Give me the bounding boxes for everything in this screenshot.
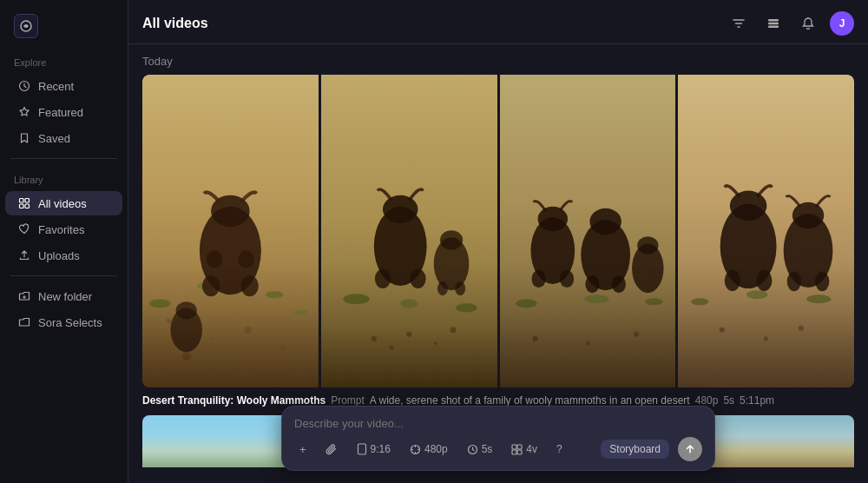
svg-point-29: [389, 345, 393, 349]
svg-rect-76: [358, 444, 365, 454]
sidebar-item-new-folder[interactable]: New folder: [5, 284, 122, 308]
paperclip-icon: [326, 443, 338, 455]
video-card-2[interactable]: [321, 75, 497, 387]
svg-point-47: [634, 332, 639, 337]
video-prompt-input[interactable]: [294, 417, 702, 430]
video-grid: [142, 75, 854, 387]
svg-point-50: [645, 298, 662, 305]
svg-point-46: [585, 341, 589, 345]
svg-point-37: [383, 195, 418, 223]
svg-point-42: [437, 281, 448, 295]
svg-point-15: [149, 299, 170, 308]
svg-point-67: [806, 294, 831, 303]
svg-point-56: [589, 208, 621, 235]
sidebar-item-favorites[interactable]: Favorites: [5, 217, 122, 242]
svg-point-69: [730, 191, 767, 221]
video-card-3[interactable]: [500, 75, 676, 387]
prompt-toolbar: + 9:16: [294, 437, 702, 461]
star-icon: [17, 105, 31, 119]
plus-icon: +: [299, 443, 306, 456]
svg-point-32: [450, 327, 456, 333]
recent-label: Recent: [38, 80, 74, 93]
sidebar-item-uploads[interactable]: Uploads: [5, 243, 122, 268]
svg-point-75: [815, 272, 829, 291]
svg-point-21: [202, 275, 220, 296]
svg-point-54: [559, 270, 573, 288]
sora-selects-label: Sora Selects: [38, 316, 102, 329]
storyboard-label: Storyboard: [609, 443, 661, 455]
sidebar-item-featured[interactable]: Featured: [5, 100, 122, 124]
variant-icon: [511, 444, 523, 455]
sidebar-divider-2: [10, 275, 117, 276]
svg-rect-4: [20, 204, 24, 208]
svg-point-63: [764, 336, 768, 341]
svg-point-71: [756, 270, 772, 291]
add-button[interactable]: +: [294, 440, 312, 459]
svg-point-23: [207, 251, 222, 268]
storyboard-button[interactable]: Storyboard: [601, 440, 669, 459]
aspect-ratio-button[interactable]: 9:16: [352, 440, 396, 458]
svg-point-60: [637, 236, 658, 254]
svg-point-57: [585, 275, 599, 293]
svg-point-30: [406, 332, 411, 337]
sidebar-item-all-videos[interactable]: All videos: [5, 191, 122, 215]
help-button[interactable]: ?: [551, 440, 568, 458]
svg-rect-80: [517, 445, 522, 449]
svg-point-64: [799, 326, 804, 331]
svg-rect-7: [768, 23, 779, 25]
svg-point-53: [531, 270, 545, 288]
svg-point-39: [410, 269, 425, 288]
svg-point-11: [211, 337, 214, 341]
sidebar-item-recent[interactable]: Recent: [5, 74, 122, 98]
svg-point-48: [516, 299, 536, 308]
svg-rect-81: [512, 450, 516, 454]
svg-point-58: [611, 275, 625, 293]
video-card-4[interactable]: [678, 75, 854, 387]
app-logo[interactable]: [14, 14, 38, 38]
attach-button[interactable]: [320, 440, 343, 458]
logo-area: [0, 10, 128, 49]
svg-point-28: [372, 336, 377, 341]
svg-point-14: [182, 352, 191, 361]
folder-icon: [17, 315, 31, 329]
svg-point-17: [266, 291, 283, 298]
svg-point-12: [245, 327, 252, 334]
variant-button[interactable]: 4v: [506, 440, 542, 458]
svg-rect-3: [25, 199, 30, 203]
heart-icon: [17, 222, 31, 236]
svg-point-25: [170, 308, 201, 352]
svg-point-43: [455, 281, 465, 295]
submit-button[interactable]: [678, 437, 702, 461]
date-label: Today: [142, 55, 854, 68]
all-videos-label: All videos: [38, 197, 87, 210]
header-actions: J: [726, 10, 854, 36]
duration-button[interactable]: 5s: [462, 440, 498, 458]
svg-point-35: [456, 303, 477, 312]
list-view-button[interactable]: [760, 10, 786, 36]
svg-point-33: [343, 294, 369, 304]
variant-label: 4v: [526, 443, 537, 455]
svg-rect-82: [517, 450, 522, 454]
svg-point-45: [532, 336, 537, 341]
video-card-1[interactable]: [142, 75, 319, 387]
resolution-button[interactable]: 480p: [404, 440, 453, 458]
upload-icon: [17, 248, 31, 262]
svg-point-13: [280, 345, 286, 350]
sidebar-item-sora-selects[interactable]: Sora Selects: [5, 310, 122, 334]
main-header: All videos J: [128, 0, 868, 44]
video-duration: 5s: [723, 394, 734, 407]
notifications-button[interactable]: [795, 10, 821, 36]
filter-button[interactable]: [726, 10, 752, 36]
svg-point-10: [166, 319, 171, 324]
bookmark-icon: [17, 131, 31, 145]
explore-section-label: Explore: [0, 49, 128, 73]
svg-point-73: [792, 202, 824, 228]
video-prompt-bar: + 9:16: [281, 406, 715, 471]
page-title: All videos: [142, 16, 208, 31]
help-label: ?: [556, 443, 562, 455]
resolution-label: 480p: [424, 443, 448, 455]
svg-point-70: [725, 270, 740, 291]
sidebar-item-saved[interactable]: Saved: [5, 126, 122, 150]
user-avatar[interactable]: J: [830, 11, 854, 36]
svg-point-66: [746, 290, 767, 299]
